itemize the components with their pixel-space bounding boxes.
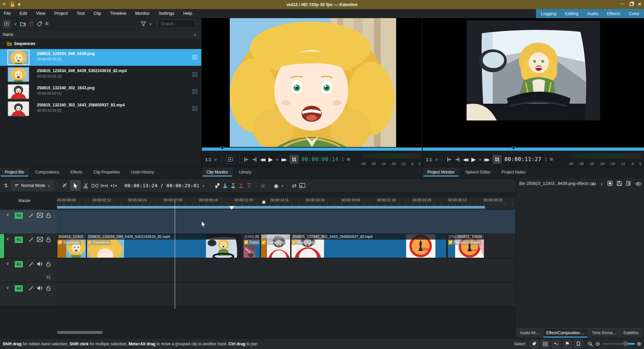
bin-name-column-header[interactable]: Name ∧	[0, 30, 201, 39]
bin-clip-row[interactable]: 250815_132340_302_1643_256850937_82.mp4 …	[0, 100, 201, 117]
menu-project[interactable]: Project	[51, 9, 71, 18]
project-monitor-seekbar[interactable]	[423, 148, 644, 151]
selection-tool-button[interactable]	[70, 181, 80, 191]
tab-library[interactable]: Library	[234, 167, 256, 177]
delete-button[interactable]	[29, 21, 34, 27]
zone-handle[interactable]	[262, 201, 265, 204]
zoom-in-button[interactable]: ⊕	[637, 341, 641, 347]
track-label-badge[interactable]: V2	[15, 212, 23, 219]
tab-speech-editor[interactable]: Speech Editor	[461, 167, 495, 177]
set-out-point-button[interactable]	[252, 157, 257, 162]
clip-monitor-playhead[interactable]	[220, 146, 225, 150]
mask-icon[interactable]	[607, 181, 612, 187]
show-video-thumbnails-button[interactable]	[541, 340, 549, 348]
tab-time-remapping[interactable]: Time Rema...	[589, 328, 620, 337]
collapse-track-icon[interactable]: ∨	[6, 285, 9, 290]
edit-mode-select[interactable]: Normal Mode ∨	[11, 181, 53, 190]
hamburger-menu-icon[interactable]: ≡	[3, 1, 5, 7]
tab-clip-properties[interactable]: Clip Properties	[89, 167, 125, 177]
tab-undo-history[interactable]: Undo History	[126, 167, 159, 177]
forward-button[interactable]: ▶▶	[484, 157, 490, 162]
razor-tool-button[interactable]	[83, 183, 89, 189]
chevron-down-icon[interactable]: ∨	[600, 182, 603, 186]
menu-view[interactable]: View	[32, 9, 49, 18]
favorite-effects-icon[interactable]: ☆	[260, 182, 265, 189]
slip-tool-button[interactable]	[110, 183, 117, 188]
ripple-tool-button[interactable]	[101, 183, 108, 188]
tab-compositions[interactable]: Compositions	[30, 167, 64, 177]
hide-video-icon[interactable]	[37, 213, 43, 219]
tab-project-monitor[interactable]: Project Monitor	[423, 167, 459, 177]
subtitle-toggle-icon[interactable]	[299, 183, 305, 188]
track-header-v2[interactable]: ∨ V2	[0, 210, 57, 234]
monitor-timecode[interactable]: 00:00:11:27	[504, 156, 541, 162]
eye-icon[interactable]	[635, 181, 641, 187]
timeline-horizontal-scrollbar[interactable]	[57, 331, 103, 334]
spacer-tool-button[interactable]	[92, 183, 98, 188]
zoom-dropdown-icon[interactable]: ∨	[214, 157, 217, 162]
active-track-indicator[interactable]	[0, 234, 4, 258]
play-button[interactable]: ▶	[471, 156, 476, 163]
workspace-editing[interactable]: Editing	[565, 11, 578, 16]
monitor-zoom-level[interactable]: 1:1	[426, 157, 432, 162]
show-markers-button[interactable]	[530, 340, 538, 348]
zoom-dropdown-icon[interactable]: ∨	[435, 157, 438, 162]
menu-clip[interactable]: Clip	[90, 9, 105, 18]
workspace-color[interactable]: Color	[629, 11, 639, 16]
workspace-audio[interactable]: Audio	[587, 11, 598, 16]
menu-edit[interactable]: Edit	[16, 9, 31, 18]
zoom-out-button[interactable]: ⊖	[595, 341, 600, 347]
clip-monitor-video[interactable]	[202, 18, 422, 147]
bin-clip-row[interactable]: 250815_123034_049_6439_5302243619_82.mp4…	[0, 66, 201, 83]
timeline-timecode[interactable]: 00:00:13:24 / 00:00:29:01	[124, 183, 199, 188]
track-effects-icon[interactable]	[29, 286, 34, 292]
monitor-timecode[interactable]: 00:00:00:14	[302, 156, 338, 162]
timeline-ruler[interactable]: 00:00:00:00 00:00:02:12 00:00:04:24 00:0…	[57, 197, 515, 209]
menu-monitor[interactable]: Monitor	[131, 9, 153, 18]
hide-video-icon[interactable]	[37, 237, 43, 243]
timeline-clip[interactable]: 250815_12303 Transform	[57, 234, 86, 258]
track-effects-icon[interactable]	[29, 213, 34, 219]
timeline-playhead-marker[interactable]	[229, 206, 234, 210]
add-clip-dropdown-icon[interactable]: ∨	[14, 22, 17, 26]
set-in-point-button[interactable]	[244, 157, 249, 162]
link-effects-icon[interactable]	[590, 181, 596, 187]
create-folder-button[interactable]	[20, 21, 26, 26]
tab-effects[interactable]: Effects	[66, 167, 87, 177]
zoom-fit-button[interactable]	[588, 341, 593, 347]
mix-clips-icon[interactable]	[215, 183, 220, 188]
close-button[interactable]: ×	[638, 1, 641, 8]
mixed-audio-video-icon[interactable]	[62, 183, 68, 188]
timeline-zoom-slider[interactable]	[602, 343, 635, 345]
collapse-track-icon[interactable]: ∨	[6, 236, 9, 241]
monitor-menu-icon[interactable]: ≡	[347, 156, 350, 162]
workspace-logging[interactable]: Logging	[541, 11, 556, 16]
save-effect-stack-icon[interactable]	[617, 181, 622, 187]
tab-audio-mixer[interactable]: Audio Mi...	[517, 328, 542, 337]
monitor-menu-icon[interactable]: ≡	[550, 156, 553, 162]
timecode-spinner[interactable]: ∧∨	[342, 157, 344, 162]
extract-zone-icon[interactable]	[238, 183, 244, 188]
set-in-point-button[interactable]	[447, 157, 452, 162]
restore-button[interactable]	[630, 2, 633, 6]
zone-mode-button[interactable]	[493, 155, 501, 164]
track-label-badge[interactable]: A2	[15, 285, 23, 292]
clip-monitor-seekbar[interactable]	[202, 148, 422, 151]
monitor-config-button[interactable]	[226, 155, 235, 164]
bin-folder-row[interactable]: › Sequences	[0, 40, 201, 48]
timeline-clip[interactable]: [7%] 250815_13234 Transform/Fade	[447, 234, 484, 258]
record-dropdown-icon[interactable]: ∨	[281, 184, 283, 188]
timeline-zone-bar[interactable]	[57, 206, 485, 209]
project-monitor-playhead[interactable]	[511, 146, 516, 150]
minimize-button[interactable]: —	[620, 1, 625, 6]
track-header-v1[interactable]: ∨ V1	[4, 234, 57, 258]
tab-clip-monitor[interactable]: Clip Monitor	[202, 167, 233, 177]
menu-settings[interactable]: Settings	[155, 9, 178, 18]
search-input[interactable]	[158, 19, 195, 28]
timeline-clip[interactable]: 250815_132340_302_1643_256850937_82.mp4 …	[291, 234, 446, 258]
rewind-button[interactable]: ◀◀	[463, 157, 468, 162]
set-out-point-button[interactable]	[455, 157, 460, 162]
menu-tool[interactable]: Tool	[73, 9, 89, 18]
forward-button[interactable]: ▶▶	[281, 157, 287, 162]
timeline-playhead-line[interactable]	[175, 201, 175, 309]
